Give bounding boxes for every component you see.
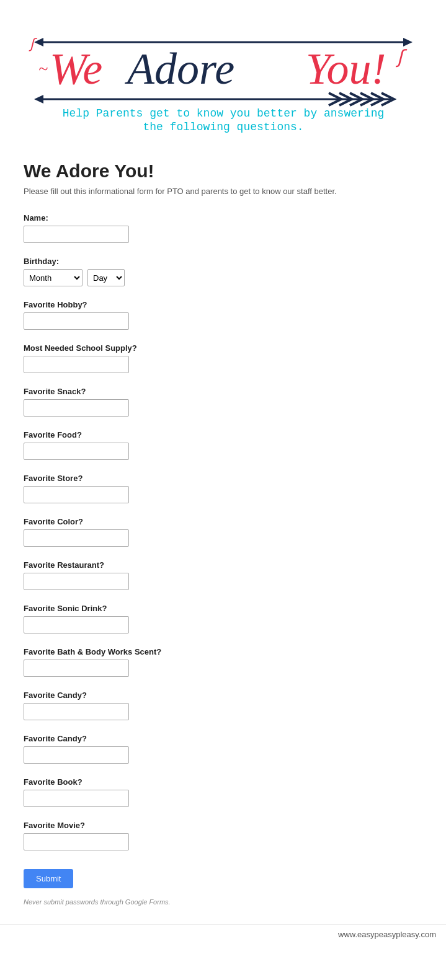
movie-input[interactable]	[24, 833, 129, 850]
candy2-group: Favorite Candy?	[24, 734, 422, 764]
svg-text:ʃ: ʃ	[395, 46, 408, 68]
movie-label: Favorite Movie?	[24, 821, 422, 830]
bbw-scent-group: Favorite Bath & Body Works Scent?	[24, 647, 422, 677]
hobby-label: Favorite Hobby?	[24, 300, 422, 309]
sonic-drink-label: Favorite Sonic Drink?	[24, 604, 422, 613]
sonic-drink-input[interactable]	[24, 616, 129, 633]
month-select[interactable]: Month JanuaryFebruaryMarch AprilMayJune …	[24, 269, 83, 286]
candy2-input[interactable]	[24, 746, 129, 764]
sonic-drink-group: Favorite Sonic Drink?	[24, 604, 422, 633]
bbw-scent-label: Favorite Bath & Body Works Scent?	[24, 647, 422, 656]
snack-input[interactable]	[24, 399, 129, 417]
snack-group: Favorite Snack?	[24, 387, 422, 417]
birthday-group: Birthday: Month JanuaryFebruaryMarch Apr…	[24, 257, 422, 286]
food-label: Favorite Food?	[24, 430, 422, 439]
svg-marker-10	[34, 95, 43, 104]
food-input[interactable]	[24, 443, 129, 460]
name-group: Name:	[24, 213, 422, 243]
color-label: Favorite Color?	[24, 517, 422, 526]
banner-graphic: ʃ We Adore You! ~ ʃ Help Parents get to …	[25, 19, 422, 133]
candy1-group: Favorite Candy?	[24, 691, 422, 720]
candy1-input[interactable]	[24, 703, 129, 720]
svg-text:You!: You!	[306, 44, 386, 94]
bbw-scent-input[interactable]	[24, 660, 129, 677]
store-input[interactable]	[24, 486, 129, 503]
svg-marker-2	[34, 38, 43, 46]
hobby-input[interactable]	[24, 312, 129, 330]
svg-marker-1	[403, 38, 413, 46]
store-label: Favorite Store?	[24, 474, 422, 483]
svg-text:We: We	[50, 44, 102, 94]
name-label: Name:	[24, 213, 422, 223]
hobby-group: Favorite Hobby?	[24, 300, 422, 330]
svg-text:Adore: Adore	[125, 44, 234, 94]
book-input[interactable]	[24, 790, 129, 807]
form-container: We Adore You! Please fill out this infor…	[0, 142, 446, 918]
submit-button[interactable]: Submit	[24, 869, 73, 888]
candy1-label: Favorite Candy?	[24, 691, 422, 700]
movie-group: Favorite Movie?	[24, 821, 422, 850]
svg-text:Help Parents get to know you b: Help Parents get to know you better by a…	[63, 107, 384, 120]
color-group: Favorite Color?	[24, 517, 422, 547]
name-input[interactable]	[24, 226, 129, 243]
birthday-label: Birthday:	[24, 257, 422, 266]
day-select[interactable]: Day 12345 678910 1112131415 1617181920 2…	[87, 269, 125, 286]
restaurant-group: Favorite Restaurant?	[24, 560, 422, 590]
food-group: Favorite Food?	[24, 430, 422, 460]
svg-text:~: ~	[38, 59, 48, 78]
never-submit-text: Never submit passwords through Google Fo…	[24, 898, 422, 906]
banner: ʃ We Adore You! ~ ʃ Help Parents get to …	[0, 0, 446, 142]
birthday-row: Month JanuaryFebruaryMarch AprilMayJune …	[24, 269, 422, 286]
form-title: We Adore You!	[24, 161, 422, 182]
svg-text:ʃ: ʃ	[29, 36, 37, 51]
school-supply-group: Most Needed School Supply?	[24, 343, 422, 373]
school-supply-label: Most Needed School Supply?	[24, 343, 422, 353]
form-subtitle: Please fill out this informational form …	[24, 187, 422, 196]
school-supply-input[interactable]	[24, 356, 129, 373]
store-group: Favorite Store?	[24, 474, 422, 503]
footer-url: www.easypeasypleasy.com	[338, 930, 436, 939]
book-label: Favorite Book?	[24, 777, 422, 787]
color-input[interactable]	[24, 529, 129, 547]
candy2-label: Favorite Candy?	[24, 734, 422, 743]
restaurant-label: Favorite Restaurant?	[24, 560, 422, 570]
restaurant-input[interactable]	[24, 573, 129, 590]
svg-text:the following questions.: the following questions.	[143, 121, 303, 133]
book-group: Favorite Book?	[24, 777, 422, 807]
footer: www.easypeasypleasy.com	[0, 924, 446, 944]
snack-label: Favorite Snack?	[24, 387, 422, 396]
